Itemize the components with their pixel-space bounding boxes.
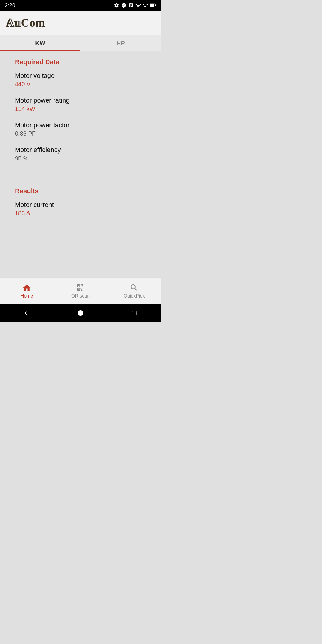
tab-hp[interactable]: HP [80, 35, 161, 51]
nav-home[interactable]: Home [0, 283, 54, 299]
motor-efficiency-label: Motor efficiency [15, 146, 146, 154]
status-icons [114, 3, 156, 8]
tabs-container: KW HP [0, 35, 161, 51]
motor-current-field[interactable]: Motor current 183 A [15, 201, 146, 217]
signal-icon [143, 3, 148, 8]
svg-rect-2 [155, 4, 156, 6]
app-bar: AuCom [0, 11, 161, 35]
results-section: Results Motor current 183 A [0, 180, 161, 229]
required-data-title: Required Data [15, 58, 146, 66]
motor-power-rating-value: 114 kW [15, 106, 146, 112]
wifi-icon [135, 3, 141, 8]
motor-power-factor-label: Motor power factor [15, 121, 146, 129]
motor-power-rating-label: Motor power rating [15, 97, 146, 104]
motor-power-factor-field[interactable]: Motor power factor 0.86 PF [15, 121, 146, 137]
motor-voltage-label: Motor voltage [15, 72, 146, 80]
nav-quickpick[interactable]: QuickPick [107, 283, 161, 299]
main-content: Required Data Motor voltage 440 V Motor … [0, 51, 161, 277]
motor-current-label: Motor current [15, 201, 146, 209]
motor-power-factor-value: 0.86 PF [15, 130, 146, 137]
section-divider [0, 177, 161, 177]
motor-voltage-value: 440 V [15, 81, 146, 88]
nav-home-label: Home [21, 293, 33, 299]
bottom-nav: Home QR scan QuickPick [0, 277, 161, 304]
motor-efficiency-value: 95 % [15, 155, 146, 162]
search-icon [130, 283, 139, 292]
android-nav-bar [0, 304, 161, 322]
nav-qrscan-label: QR scan [71, 293, 90, 299]
home-icon [22, 283, 31, 292]
status-time: 2:20 [5, 2, 15, 9]
play-protect-icon [121, 3, 126, 8]
svg-point-3 [78, 310, 83, 316]
motor-power-rating-field[interactable]: Motor power rating 114 kW [15, 97, 146, 112]
battery-icon [150, 3, 156, 7]
logo-text: AuCom [6, 16, 45, 29]
svg-rect-4 [132, 311, 136, 315]
required-data-section: Required Data Motor voltage 440 V Motor … [0, 51, 161, 174]
tab-kw[interactable]: KW [0, 35, 80, 51]
nav-qrscan[interactable]: QR scan [54, 283, 107, 299]
motor-current-value: 183 A [15, 210, 146, 217]
nav-quickpick-label: QuickPick [123, 293, 145, 299]
home-button[interactable] [76, 309, 85, 317]
motor-voltage-field[interactable]: Motor voltage 440 V [15, 72, 146, 88]
svg-rect-1 [150, 4, 154, 7]
back-button[interactable] [23, 309, 31, 317]
clipboard-icon [128, 3, 134, 8]
qr-icon [76, 283, 85, 292]
motor-efficiency-field[interactable]: Motor efficiency 95 % [15, 146, 146, 162]
recents-button[interactable] [130, 309, 138, 317]
settings-icon [114, 3, 119, 8]
app-logo: AuCom [6, 16, 45, 29]
status-bar: 2:20 [0, 0, 161, 11]
results-title: Results [15, 187, 146, 195]
